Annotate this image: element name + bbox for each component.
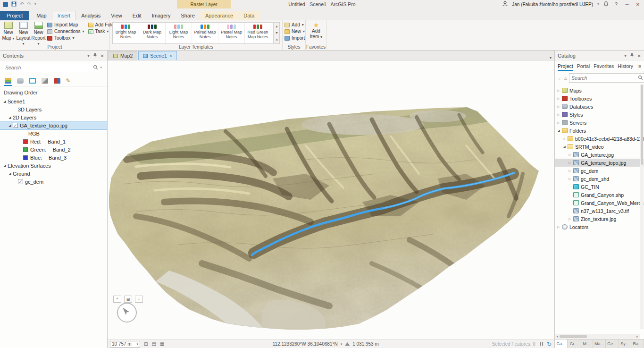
map-tab-scene1[interactable]: Scene1× — [138, 51, 176, 60]
contents-tree-item[interactable]: RGB — [0, 129, 107, 137]
list-by-drawing-order-button[interactable] — [4, 76, 12, 86]
list-by-editing-button[interactable] — [41, 76, 49, 86]
docked-tab-ra[interactable]: Ra... — [631, 340, 644, 348]
catalog-tab-project[interactable]: Project — [558, 61, 573, 71]
scroll-left-icon[interactable]: ◂ — [555, 335, 560, 339]
expand-arrow-icon[interactable]: ▷ — [556, 225, 561, 229]
expand-arrow-icon[interactable]: ▷ — [556, 105, 561, 109]
ribbon-tab-data[interactable]: Data — [238, 11, 259, 20]
catalog-tree-item[interactable]: ▷gc_dem — [555, 167, 644, 175]
contents-search-box[interactable]: ▾ — [3, 63, 104, 72]
catalog-tree-item[interactable]: GC_TIN — [555, 183, 644, 191]
catalog-tree-item[interactable]: ▷Zion_texture.jpg — [555, 215, 644, 223]
catalog-tree-item[interactable]: ▷Maps — [555, 86, 644, 94]
gallery-item[interactable]: Dark Map Notes — [139, 23, 166, 43]
home-icon[interactable]: ⌂ — [564, 76, 567, 81]
catalog-tab-favorites[interactable]: Favorites — [594, 61, 614, 71]
ribbon-tab-map[interactable]: Map — [31, 11, 51, 20]
user-menu-caret-icon[interactable]: ▾ — [597, 2, 599, 6]
expand-arrow-icon[interactable]: ▷ — [561, 137, 567, 141]
catalog-search-input[interactable] — [571, 75, 636, 81]
contents-tree-item[interactable]: Green:Band_2 — [0, 145, 107, 153]
docked-tab-cr[interactable]: Cr... — [568, 340, 580, 348]
signed-in-user[interactable]: Jan (Fakulta životního prostředí UJEP) — [512, 2, 593, 7]
help-button[interactable]: ? — [613, 2, 619, 7]
ribbon-tab-view[interactable]: View — [106, 11, 127, 20]
layer-visibility-checkbox[interactable]: ✓ — [18, 179, 23, 184]
catalog-menu-icon[interactable]: ≡ — [638, 63, 641, 69]
contents-tree-item[interactable]: ◢Ground — [0, 170, 107, 178]
ribbon-tab-appearance[interactable]: Appearance — [200, 11, 238, 20]
table-icon[interactable]: ▤ — [151, 341, 156, 347]
expand-arrow-icon[interactable]: ◢ — [7, 172, 13, 176]
expand-arrow-icon[interactable]: ▷ — [567, 153, 573, 157]
gallery-item[interactable]: Light Map Notes — [166, 23, 192, 43]
extent-icon[interactable]: ▦ — [160, 341, 164, 347]
list-by-data-source-button[interactable] — [16, 76, 24, 86]
catalog-horizontal-scrollbar[interactable]: ◂ ▸ — [555, 334, 640, 339]
styles-import-button[interactable]: Import — [284, 35, 305, 41]
compass-navigator[interactable] — [116, 302, 138, 324]
catalog-tree-item[interactable]: Grand_Canyon.shp — [555, 191, 644, 199]
redo-icon[interactable]: ↷ — [27, 2, 31, 7]
undo-icon[interactable]: ↶ — [20, 2, 24, 7]
contents-tree-item[interactable]: 3D Layers — [0, 105, 107, 113]
expand-arrow-icon[interactable]: ◢ — [556, 129, 561, 133]
gallery-expand-icon[interactable]: ≡ — [276, 38, 277, 42]
catalog-tree-item[interactable]: ◢SRTM_video — [555, 143, 644, 151]
docked-tab-ma[interactable]: Ma... — [593, 340, 606, 348]
expand-arrow-icon[interactable]: ◢ — [561, 145, 567, 149]
catalog-vertical-scrollbar[interactable] — [640, 85, 644, 329]
gallery-item[interactable]: Pastel Map Notes — [218, 23, 245, 43]
new-layout-button[interactable]: New Layout ▾ — [16, 22, 31, 46]
layer-visibility-checkbox[interactable]: ✓ — [13, 123, 18, 128]
auto-hide-pin-icon[interactable] — [93, 53, 97, 59]
panel-close-icon[interactable]: ✕ — [100, 53, 104, 59]
catalog-tree-item[interactable]: ▷Toolboxes — [555, 94, 644, 102]
new-map-button[interactable]: New Map ▾ — [1, 22, 16, 46]
ribbon-tab-analysis[interactable]: Analysis — [76, 11, 106, 20]
ribbon-tab-insert[interactable]: Insert — [52, 11, 76, 20]
docked-tab-ge[interactable]: Ge... — [606, 340, 619, 348]
gallery-scroll-up-icon[interactable]: ▲ — [275, 25, 278, 28]
expand-arrow-icon[interactable]: ▷ — [567, 169, 573, 173]
back-arrow-icon[interactable]: ← — [558, 76, 562, 81]
expand-arrow-icon[interactable]: ▷ — [567, 161, 573, 165]
pause-drawing-icon[interactable] — [539, 341, 543, 347]
list-by-snapping-button[interactable] — [53, 76, 61, 86]
docked-tab-ca[interactable]: Ca... — [555, 340, 568, 348]
catalog-tree-item[interactable]: ▷Locators — [555, 223, 644, 231]
contents-tree-item[interactable]: ◢Scene1 — [0, 97, 107, 105]
gallery-item[interactable]: Bright Map Notes — [113, 23, 139, 43]
contents-tree-item[interactable]: ◢Elevation Surfaces — [0, 161, 107, 170]
import-map-button[interactable]: Import Map — [47, 22, 84, 27]
gallery-scroll-down-icon[interactable]: ▼ — [275, 31, 278, 34]
catalog-tab-portal[interactable]: Portal — [577, 61, 590, 71]
grid-plus-icon[interactable]: ⊞ — [144, 341, 148, 347]
catalog-tree-item[interactable]: Grand_Canyon_Web_Mercator.shp — [555, 199, 644, 207]
styles-new-button[interactable]: New▾ — [284, 29, 305, 34]
ribbon-tab-edit[interactable]: Edit — [127, 11, 147, 20]
panel-menu-caret-icon[interactable]: ▾ — [88, 54, 90, 58]
cursor-coordinates[interactable]: 112.1233260°W 36.1040681°N — [273, 341, 338, 347]
save-icon[interactable] — [11, 1, 17, 8]
coordinate-units-caret-icon[interactable]: ▾ — [341, 342, 343, 346]
toolbox-button[interactable]: Toolbox▾ — [47, 35, 84, 41]
scrollbar-thumb[interactable] — [641, 85, 643, 165]
catalog-tree-item[interactable]: ▷GA_texture_topo.jpg — [555, 159, 644, 167]
expand-arrow-icon[interactable]: ◢ — [2, 100, 8, 103]
gallery-scrollbar[interactable]: ▲ ▼ ≡ — [274, 22, 280, 44]
map-tab-map2[interactable]: Map2 — [109, 51, 137, 60]
catalog-tree-item[interactable]: ▷GA_texture.jpg — [555, 151, 644, 159]
expand-arrow-icon[interactable]: ◢ — [2, 164, 8, 168]
search-icon[interactable] — [638, 75, 643, 81]
search-options-caret-icon[interactable]: ▾ — [100, 66, 102, 69]
refresh-view-icon[interactable]: ↻ — [547, 341, 552, 348]
expand-arrow-icon[interactable]: ▷ — [567, 177, 573, 181]
expand-arrow-icon[interactable]: ◢ — [7, 124, 13, 127]
gallery-item[interactable]: Red Green Map Notes — [245, 23, 271, 43]
ribbon-tab-project[interactable]: Project — [0, 11, 29, 20]
close-tab-icon[interactable]: × — [169, 53, 172, 59]
catalog-tree-item[interactable]: ▷Servers — [555, 119, 644, 127]
gallery-item[interactable]: Paired Map Notes — [192, 23, 218, 43]
